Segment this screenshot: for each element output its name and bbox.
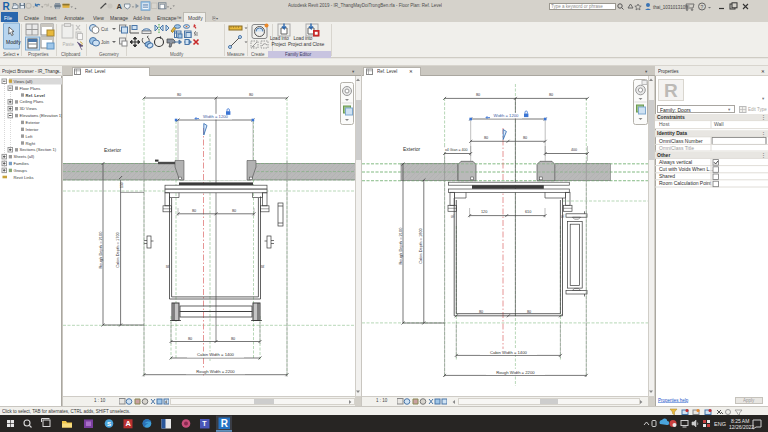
svg-text:Join: Join xyxy=(101,40,110,45)
svg-text:80: 80 xyxy=(249,93,253,97)
svg-text:ENG: ENG xyxy=(714,421,726,427)
svg-text:Exterior: Exterior xyxy=(403,146,421,152)
svg-text:SL: SL xyxy=(561,214,565,218)
svg-text:⋮: ⋮ xyxy=(761,131,766,137)
svg-text:thai_1031013100: thai_1031013100 xyxy=(653,5,688,10)
svg-text:Floor Plans: Floor Plans xyxy=(20,86,41,91)
svg-text:Rough Width = 2200: Rough Width = 2200 xyxy=(496,370,535,375)
svg-text:Paste: Paste xyxy=(63,42,75,47)
svg-text:Project: Project xyxy=(272,42,287,47)
svg-text:Exterior: Exterior xyxy=(104,147,122,153)
svg-text:80: 80 xyxy=(523,136,527,140)
svg-text:Exterior: Exterior xyxy=(26,120,41,125)
svg-text:81: 81 xyxy=(261,264,265,268)
svg-text:Sheets (all): Sheets (all) xyxy=(14,154,35,159)
svg-text:Cut with Voids When L...: Cut with Voids When L... xyxy=(659,166,713,172)
svg-text:Cut: Cut xyxy=(101,27,109,32)
svg-text:?: ? xyxy=(701,4,704,10)
svg-text:OmniClass Number: OmniClass Number xyxy=(659,138,703,144)
svg-text:Modify: Modify xyxy=(6,39,21,45)
svg-text:Cabin Depth = 1800: Cabin Depth = 1800 xyxy=(418,227,423,263)
svg-text:80: 80 xyxy=(231,337,235,341)
svg-text:Wall: Wall xyxy=(714,121,724,127)
svg-text:80: 80 xyxy=(484,136,488,140)
svg-text:8:25 AM: 8:25 AM xyxy=(731,418,749,424)
svg-text:Ceiling Plans: Ceiling Plans xyxy=(20,99,44,104)
svg-text:Width = 1200: Width = 1200 xyxy=(203,114,228,119)
svg-text:Always vertical: Always vertical xyxy=(659,159,692,165)
svg-text:Rough Width = 2200: Rough Width = 2200 xyxy=(196,369,235,374)
svg-text:12/26/2022: 12/26/2022 xyxy=(729,424,754,430)
svg-text:80: 80 xyxy=(527,310,531,314)
svg-text:T: T xyxy=(202,420,207,427)
svg-text:120: 120 xyxy=(481,210,487,214)
svg-text:⋮: ⋮ xyxy=(761,114,766,120)
svg-text:A: A xyxy=(126,419,132,428)
svg-text:S: S xyxy=(107,420,111,427)
svg-text:Views (all): Views (all) xyxy=(14,79,33,84)
svg-text:80: 80 xyxy=(549,93,553,97)
svg-text:80: 80 xyxy=(192,209,196,213)
svg-text:80: 80 xyxy=(188,337,192,341)
svg-text:Rough Depth = 2100: Rough Depth = 2100 xyxy=(398,227,403,265)
svg-text:R: R xyxy=(221,418,229,429)
svg-text:A: A xyxy=(117,2,123,11)
svg-text:Ref. Level: Ref. Level xyxy=(26,93,45,98)
svg-text:OmniClass Title: OmniClass Title xyxy=(659,145,694,151)
svg-text:Interior: Interior xyxy=(26,127,39,132)
svg-text:Load into: Load into xyxy=(294,36,313,41)
svg-text:Cabin Depth = 1700: Cabin Depth = 1700 xyxy=(115,231,120,267)
svg-text:Right: Right xyxy=(26,141,36,146)
svg-text:Host: Host xyxy=(659,121,670,127)
svg-text:Revit Links: Revit Links xyxy=(14,175,34,180)
svg-text:Identity Data: Identity Data xyxy=(657,130,687,136)
svg-text:Project and Close: Project and Close xyxy=(288,42,325,47)
svg-text:Load into: Load into xyxy=(270,36,289,41)
svg-text:Groups: Groups xyxy=(14,168,27,173)
svg-text:Left: Left xyxy=(26,134,34,139)
svg-text:Shared: Shared xyxy=(659,173,675,179)
svg-text:80: 80 xyxy=(476,93,480,97)
svg-text:80: 80 xyxy=(232,209,236,213)
svg-text:400: 400 xyxy=(571,148,577,152)
svg-text:Families: Families xyxy=(14,161,29,166)
svg-text:Cabin Width = 1400: Cabin Width = 1400 xyxy=(490,350,528,355)
svg-text:x4 Gian = 400: x4 Gian = 400 xyxy=(445,148,467,152)
svg-text:Rough Depth = 2100: Rough Depth = 2100 xyxy=(98,231,103,269)
svg-text:150: 150 xyxy=(120,182,124,188)
svg-text:Other: Other xyxy=(657,152,670,158)
svg-text:R: R xyxy=(3,1,11,12)
svg-text:81: 81 xyxy=(166,264,170,268)
svg-text:80: 80 xyxy=(479,310,483,314)
svg-text:Sections (Section 1): Sections (Section 1) xyxy=(20,147,57,152)
svg-text:610: 610 xyxy=(525,210,531,214)
svg-text:Room Calculation Point: Room Calculation Point xyxy=(659,180,712,186)
svg-text:Width = 1200: Width = 1200 xyxy=(494,113,519,118)
svg-text:3D Views: 3D Views xyxy=(20,106,37,111)
svg-text:SL: SL xyxy=(451,214,455,218)
svg-text:80: 80 xyxy=(177,93,181,97)
svg-text:⋮: ⋮ xyxy=(761,152,766,158)
svg-text:Cabin Width = 1400: Cabin Width = 1400 xyxy=(197,352,235,357)
svg-text:Constraints: Constraints xyxy=(657,114,685,120)
svg-text:Elevations (Elevation 1): Elevations (Elevation 1) xyxy=(20,113,63,118)
